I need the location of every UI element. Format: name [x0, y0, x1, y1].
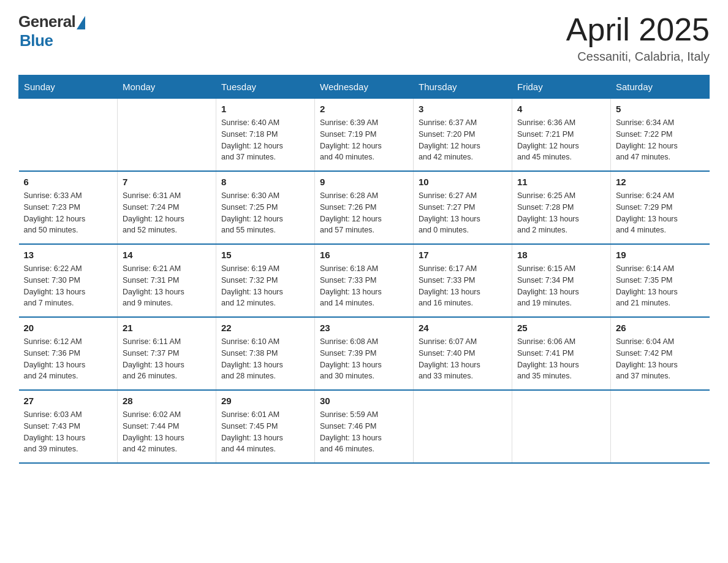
day-number: 6	[24, 177, 113, 187]
day-number: 7	[123, 177, 211, 187]
day-info: Sunrise: 6:10 AM Sunset: 7:38 PM Dayligh…	[221, 336, 309, 382]
header-day-wednesday: Wednesday	[315, 75, 414, 99]
calendar-cell: 5Sunrise: 6:34 AM Sunset: 7:22 PM Daylig…	[611, 99, 710, 172]
day-info: Sunrise: 5:59 AM Sunset: 7:46 PM Dayligh…	[320, 409, 408, 455]
calendar-table: SundayMondayTuesdayWednesdayThursdayFrid…	[18, 75, 710, 464]
calendar-cell: 18Sunrise: 6:15 AM Sunset: 7:34 PM Dayli…	[512, 244, 611, 317]
logo-general-text: General	[18, 12, 75, 31]
day-info: Sunrise: 6:40 AM Sunset: 7:18 PM Dayligh…	[221, 117, 309, 163]
day-info: Sunrise: 6:18 AM Sunset: 7:33 PM Dayligh…	[320, 263, 408, 309]
calendar-cell: 2Sunrise: 6:39 AM Sunset: 7:19 PM Daylig…	[315, 99, 414, 172]
calendar-cell: 23Sunrise: 6:08 AM Sunset: 7:39 PM Dayli…	[315, 317, 414, 390]
day-info: Sunrise: 6:04 AM Sunset: 7:42 PM Dayligh…	[616, 336, 705, 382]
day-info: Sunrise: 6:11 AM Sunset: 7:37 PM Dayligh…	[123, 336, 211, 382]
day-info: Sunrise: 6:15 AM Sunset: 7:34 PM Dayligh…	[517, 263, 605, 309]
calendar-cell: 7Sunrise: 6:31 AM Sunset: 7:24 PM Daylig…	[118, 171, 216, 244]
logo-blue-text: Blue	[20, 31, 53, 50]
week-row-1: 1Sunrise: 6:40 AM Sunset: 7:18 PM Daylig…	[19, 99, 710, 172]
calendar-cell: 22Sunrise: 6:10 AM Sunset: 7:38 PM Dayli…	[216, 317, 315, 390]
day-number: 15	[221, 250, 309, 260]
day-info: Sunrise: 6:24 AM Sunset: 7:29 PM Dayligh…	[616, 190, 705, 236]
calendar-cell: 17Sunrise: 6:17 AM Sunset: 7:33 PM Dayli…	[414, 244, 512, 317]
calendar-cell	[611, 390, 710, 463]
day-info: Sunrise: 6:25 AM Sunset: 7:28 PM Dayligh…	[517, 190, 605, 236]
day-info: Sunrise: 6:37 AM Sunset: 7:20 PM Dayligh…	[419, 117, 507, 163]
calendar-cell: 15Sunrise: 6:19 AM Sunset: 7:32 PM Dayli…	[216, 244, 315, 317]
week-row-2: 6Sunrise: 6:33 AM Sunset: 7:23 PM Daylig…	[19, 171, 710, 244]
day-info: Sunrise: 6:03 AM Sunset: 7:43 PM Dayligh…	[24, 409, 113, 455]
day-number: 14	[123, 250, 211, 260]
calendar-cell	[19, 99, 118, 172]
day-number: 25	[517, 323, 605, 333]
day-number: 24	[419, 323, 507, 333]
calendar-cell: 19Sunrise: 6:14 AM Sunset: 7:35 PM Dayli…	[611, 244, 710, 317]
calendar-cell: 14Sunrise: 6:21 AM Sunset: 7:31 PM Dayli…	[118, 244, 216, 317]
logo-triangle-icon	[77, 16, 85, 29]
day-info: Sunrise: 6:30 AM Sunset: 7:25 PM Dayligh…	[221, 190, 309, 236]
day-number: 19	[616, 250, 705, 260]
day-number: 3	[419, 104, 507, 114]
header-day-tuesday: Tuesday	[216, 75, 315, 99]
header-day-sunday: Sunday	[19, 75, 118, 99]
header-day-thursday: Thursday	[414, 75, 512, 99]
day-number: 8	[221, 177, 309, 187]
day-number: 1	[221, 104, 309, 114]
day-number: 20	[24, 323, 113, 333]
calendar-cell: 13Sunrise: 6:22 AM Sunset: 7:30 PM Dayli…	[19, 244, 118, 317]
day-number: 26	[616, 323, 705, 333]
header-day-monday: Monday	[118, 75, 216, 99]
location: Cessaniti, Calabria, Italy	[566, 50, 710, 64]
day-info: Sunrise: 6:39 AM Sunset: 7:19 PM Dayligh…	[320, 117, 408, 163]
day-info: Sunrise: 6:07 AM Sunset: 7:40 PM Dayligh…	[419, 336, 507, 382]
day-info: Sunrise: 6:28 AM Sunset: 7:26 PM Dayligh…	[320, 190, 408, 236]
calendar-cell	[118, 99, 216, 172]
day-info: Sunrise: 6:22 AM Sunset: 7:30 PM Dayligh…	[24, 263, 113, 309]
month-title: April 2025	[566, 12, 710, 47]
day-number: 2	[320, 104, 408, 114]
calendar-cell: 21Sunrise: 6:11 AM Sunset: 7:37 PM Dayli…	[118, 317, 216, 390]
header-day-friday: Friday	[512, 75, 611, 99]
calendar-cell: 24Sunrise: 6:07 AM Sunset: 7:40 PM Dayli…	[414, 317, 512, 390]
header-row: SundayMondayTuesdayWednesdayThursdayFrid…	[19, 75, 710, 99]
day-number: 23	[320, 323, 408, 333]
header-day-saturday: Saturday	[611, 75, 710, 99]
calendar-body: 1Sunrise: 6:40 AM Sunset: 7:18 PM Daylig…	[19, 99, 710, 464]
calendar-cell: 30Sunrise: 5:59 AM Sunset: 7:46 PM Dayli…	[315, 390, 414, 463]
calendar-header: SundayMondayTuesdayWednesdayThursdayFrid…	[19, 75, 710, 99]
day-info: Sunrise: 6:33 AM Sunset: 7:23 PM Dayligh…	[24, 190, 113, 236]
day-number: 18	[517, 250, 605, 260]
calendar-cell	[414, 390, 512, 463]
title-section: April 2025 Cessaniti, Calabria, Italy	[566, 12, 710, 64]
day-info: Sunrise: 6:02 AM Sunset: 7:44 PM Dayligh…	[123, 409, 211, 455]
day-info: Sunrise: 6:19 AM Sunset: 7:32 PM Dayligh…	[221, 263, 309, 309]
calendar-cell: 26Sunrise: 6:04 AM Sunset: 7:42 PM Dayli…	[611, 317, 710, 390]
day-info: Sunrise: 6:01 AM Sunset: 7:45 PM Dayligh…	[221, 409, 309, 455]
calendar-cell: 1Sunrise: 6:40 AM Sunset: 7:18 PM Daylig…	[216, 99, 315, 172]
day-info: Sunrise: 6:34 AM Sunset: 7:22 PM Dayligh…	[616, 117, 705, 163]
day-number: 16	[320, 250, 408, 260]
calendar-cell: 16Sunrise: 6:18 AM Sunset: 7:33 PM Dayli…	[315, 244, 414, 317]
week-row-3: 13Sunrise: 6:22 AM Sunset: 7:30 PM Dayli…	[19, 244, 710, 317]
day-number: 22	[221, 323, 309, 333]
calendar-cell	[512, 390, 611, 463]
day-number: 5	[616, 104, 705, 114]
calendar-cell: 28Sunrise: 6:02 AM Sunset: 7:44 PM Dayli…	[118, 390, 216, 463]
calendar-cell: 25Sunrise: 6:06 AM Sunset: 7:41 PM Dayli…	[512, 317, 611, 390]
day-info: Sunrise: 6:14 AM Sunset: 7:35 PM Dayligh…	[616, 263, 705, 309]
page-header: General Blue April 2025 Cessaniti, Calab…	[18, 12, 710, 64]
day-number: 11	[517, 177, 605, 187]
calendar-cell: 12Sunrise: 6:24 AM Sunset: 7:29 PM Dayli…	[611, 171, 710, 244]
calendar-cell: 4Sunrise: 6:36 AM Sunset: 7:21 PM Daylig…	[512, 99, 611, 172]
calendar-cell: 8Sunrise: 6:30 AM Sunset: 7:25 PM Daylig…	[216, 171, 315, 244]
calendar-cell: 27Sunrise: 6:03 AM Sunset: 7:43 PM Dayli…	[19, 390, 118, 463]
day-number: 10	[419, 177, 507, 187]
calendar-cell: 9Sunrise: 6:28 AM Sunset: 7:26 PM Daylig…	[315, 171, 414, 244]
calendar-cell: 11Sunrise: 6:25 AM Sunset: 7:28 PM Dayli…	[512, 171, 611, 244]
day-info: Sunrise: 6:21 AM Sunset: 7:31 PM Dayligh…	[123, 263, 211, 309]
logo: General Blue	[18, 12, 85, 50]
day-number: 12	[616, 177, 705, 187]
calendar-cell: 10Sunrise: 6:27 AM Sunset: 7:27 PM Dayli…	[414, 171, 512, 244]
calendar-cell: 3Sunrise: 6:37 AM Sunset: 7:20 PM Daylig…	[414, 99, 512, 172]
day-info: Sunrise: 6:17 AM Sunset: 7:33 PM Dayligh…	[419, 263, 507, 309]
day-info: Sunrise: 6:12 AM Sunset: 7:36 PM Dayligh…	[24, 336, 113, 382]
